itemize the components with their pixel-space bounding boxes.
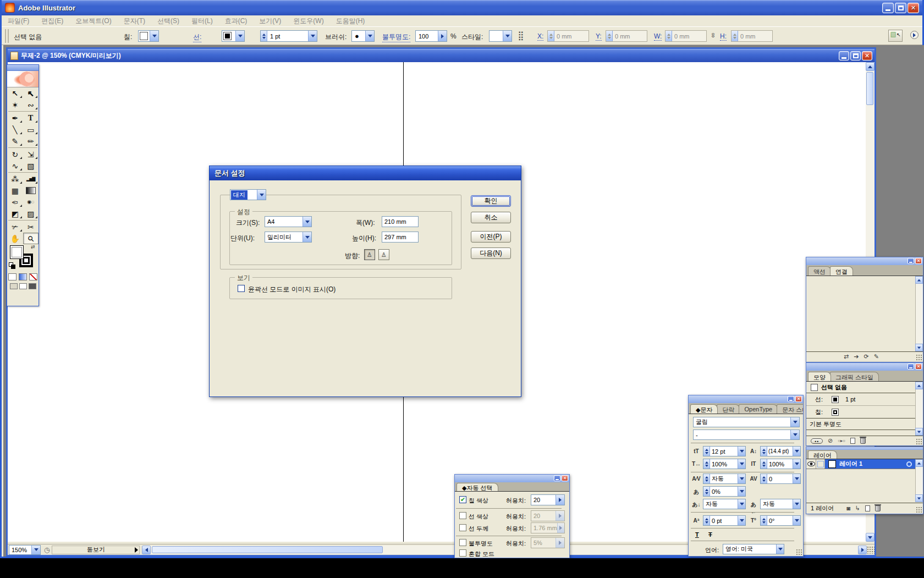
scroll-up-button[interactable]	[915, 459, 923, 467]
portrait-orientation-button[interactable]: ♙	[364, 249, 375, 260]
language-dropdown[interactable]: 영어: 미국	[723, 544, 784, 554]
height-field[interactable]: 297 mm	[382, 232, 419, 243]
appearance-stroke-row[interactable]: 선: 1 pt	[806, 393, 923, 406]
layer-name[interactable]: 레이어 1	[839, 460, 862, 468]
aki-before-dropdown[interactable]: 자동	[703, 499, 746, 509]
opacity-label[interactable]: 불투명도:	[382, 32, 410, 42]
layer-thumbnail[interactable]	[828, 460, 836, 468]
dialog-titlebar[interactable]: 문서 설정	[210, 166, 521, 180]
fill-color-checkbox[interactable]: ✔	[459, 496, 466, 503]
gradient-mode-button[interactable]	[19, 273, 27, 280]
control-bar-menu-button[interactable]	[910, 31, 919, 39]
font-family-dropdown[interactable]: 굴림	[693, 417, 800, 427]
free-transform-tool[interactable]: ▧	[23, 160, 39, 172]
scroll-right-button[interactable]	[858, 546, 867, 554]
scroll-down-button[interactable]	[915, 428, 923, 436]
doc-maximize-button[interactable]	[850, 51, 861, 60]
new-layer-icon[interactable]	[865, 505, 870, 511]
duplicate-item-icon[interactable]: ○▸○	[838, 439, 845, 443]
live-paint-bucket-tool[interactable]: ◩	[7, 208, 23, 219]
palette-minimize-button[interactable]	[788, 396, 794, 402]
tab-character[interactable]: ◆문자	[690, 404, 718, 414]
chevron-down-icon[interactable]	[150, 31, 158, 41]
line-segment-tool[interactable]: ╲	[7, 124, 23, 135]
opacity-field[interactable]: 100	[415, 30, 447, 42]
appearance-selection-row[interactable]: 선택 없음	[806, 382, 923, 393]
chevron-down-icon[interactable]	[257, 190, 266, 200]
menu-filter[interactable]: 필터(L)	[185, 16, 219, 26]
fill-swatch[interactable]	[10, 245, 24, 259]
menu-object[interactable]: 오브젝트(O)	[69, 16, 117, 26]
tab-appearance[interactable]: 모양	[808, 372, 831, 381]
vertical-scale-combo[interactable]: 100%	[760, 459, 801, 469]
warp-tool[interactable]: ∿	[7, 160, 23, 172]
brush-dropdown[interactable]: ●	[351, 30, 375, 42]
chevron-down-icon[interactable]	[308, 31, 317, 41]
tracking-combo[interactable]: 0	[760, 474, 801, 484]
palette-titlebar[interactable]: ✕	[806, 363, 923, 371]
landscape-orientation-button[interactable]: ♙	[378, 249, 389, 260]
menu-effect[interactable]: 효과(C)	[219, 16, 254, 26]
font-style-dropdown[interactable]: -	[693, 430, 800, 440]
prev-button[interactable]: 이전(P)	[471, 231, 511, 243]
reference-point-grid-icon[interactable]: ⣿	[518, 30, 524, 41]
app-maximize-button[interactable]	[895, 3, 906, 13]
chevron-down-icon[interactable]	[365, 31, 374, 41]
size-dropdown[interactable]: A4	[265, 216, 312, 227]
menu-edit[interactable]: 편집(E)	[35, 16, 69, 26]
menu-file[interactable]: 파일(F)	[2, 16, 35, 26]
menu-help[interactable]: 도움말(H)	[330, 16, 371, 26]
links-list[interactable]: ⇄ ➔ ⟳ ✎	[806, 276, 923, 361]
chevron-down-icon[interactable]	[503, 31, 512, 41]
opacity-slider-button[interactable]	[438, 31, 447, 41]
rotate-tool[interactable]: ↻	[7, 148, 23, 160]
tab-character-styles[interactable]: 문자 스타일	[777, 404, 803, 414]
resize-grip[interactable]	[867, 546, 875, 554]
palette-close-button[interactable]: ✕	[795, 396, 802, 402]
menu-select[interactable]: 선택(S)	[151, 16, 185, 26]
stroke-weight-checkbox[interactable]	[459, 524, 466, 531]
palette-resize-grip[interactable]	[916, 354, 922, 361]
update-link-icon[interactable]: ⟳	[864, 354, 868, 360]
dialog-section-dropdown[interactable]: 대지	[230, 189, 266, 200]
next-button[interactable]: 다음(N)	[471, 247, 511, 259]
default-fill-stroke-icon[interactable]	[9, 262, 15, 269]
app-minimize-button[interactable]	[882, 3, 894, 13]
zoom-tool[interactable]: ⚲	[23, 233, 39, 244]
appearance-transparency-row[interactable]: 기본 투명도	[806, 419, 923, 430]
underline-button[interactable]: T	[695, 531, 699, 538]
strikethrough-button[interactable]: T	[708, 531, 712, 538]
palette-close-button[interactable]: ✕	[915, 258, 922, 264]
app-titlebar[interactable]: Adobe Illustrator ✕	[2, 0, 922, 15]
scroll-down-button[interactable]	[915, 494, 923, 502]
chevron-down-icon[interactable]	[302, 232, 311, 242]
width-field[interactable]: 210 mm	[382, 216, 419, 227]
slice-tool[interactable]: ✃	[7, 221, 23, 233]
go-to-link-icon[interactable]: ➔	[854, 354, 859, 360]
scroll-up-button[interactable]	[915, 276, 923, 284]
scroll-up-button[interactable]	[915, 382, 923, 389]
palette-minimize-button[interactable]	[554, 475, 560, 481]
x-field[interactable]: 0 mm	[547, 30, 589, 42]
hand-tool[interactable]: ✋	[7, 233, 23, 244]
palette-resize-grip[interactable]	[916, 438, 922, 445]
weight-tolerance-field[interactable]: 1.76 mm	[531, 522, 565, 533]
character-rotation-combo[interactable]: 0°	[760, 515, 801, 526]
layer-row[interactable]: 레이어 1	[806, 459, 923, 469]
kerning-combo[interactable]: 자동	[703, 474, 746, 484]
menu-type[interactable]: 문자(T)	[118, 16, 151, 26]
paintbrush-tool[interactable]: ✎	[7, 135, 23, 147]
outline-mode-checkbox[interactable]	[238, 285, 245, 292]
doc-close-button[interactable]: ✕	[862, 51, 872, 60]
tab-opentype[interactable]: OpenType	[739, 404, 778, 414]
none-mode-button[interactable]	[29, 273, 37, 280]
font-size-combo[interactable]: 12 pt	[703, 446, 746, 456]
target-circle-icon[interactable]	[906, 461, 912, 467]
reduce-to-basic-icon[interactable]: ⊘	[828, 438, 833, 444]
stroke-weight-combo[interactable]: 1 pt	[260, 30, 317, 42]
fill-color-dropdown[interactable]	[138, 30, 159, 42]
stroke-tolerance-field[interactable]: 20	[531, 510, 565, 521]
palette-scrollbar[interactable]	[915, 276, 923, 351]
scroll-left-button[interactable]	[142, 546, 151, 554]
visibility-cell[interactable]	[806, 459, 816, 469]
